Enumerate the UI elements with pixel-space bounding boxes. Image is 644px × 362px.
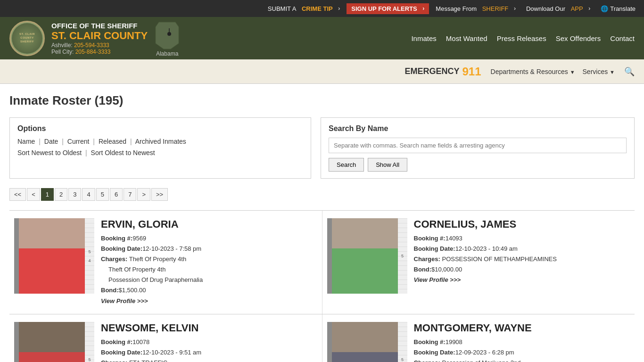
message-highlight: SHERIFF xyxy=(482,5,509,12)
page-last[interactable]: >> xyxy=(151,188,168,201)
inmate-name-newsome: NEWSOME, KELVIN xyxy=(101,322,317,334)
sheriff-message-link[interactable]: Message From SHERIFF › xyxy=(432,5,520,12)
page-title: Inmate Roster (195) xyxy=(9,93,635,108)
office-title: OFFICE OF THE SHERIFF xyxy=(51,22,148,30)
charges-newsome: Charges: FTA TRAFFIC xyxy=(101,358,317,362)
svg-point-1 xyxy=(167,32,171,36)
nav-contact[interactable]: Contact xyxy=(610,34,635,42)
inmate-entry-newsome: 5 NEWSOME, KELVIN Booking #:10078 Bookin… xyxy=(9,314,322,362)
charges-cornelius: Charges: POSSESSION OF METHAMPHEAMINES xyxy=(414,254,630,264)
city2-label: Pell City: xyxy=(51,49,74,55)
inmate-photo-ervin: 5 4 xyxy=(14,218,94,294)
download-app-link[interactable]: Download Our APP › xyxy=(522,5,594,12)
inmate-name-ervin: ERVIN, GLORIA xyxy=(101,218,317,230)
sub-header: EMERGENCY 911 Departments & Resources ▼ … xyxy=(0,59,644,84)
opt-name[interactable]: Name xyxy=(17,138,35,145)
booking-date-ervin: Booking Date:12-10-2023 - 7:58 pm xyxy=(101,244,317,254)
emergency-label: EMERGENCY xyxy=(405,66,460,76)
inmate-name-cornelius: CORNELIUS, JAMES xyxy=(414,218,630,230)
alerts-link[interactable]: SIGN UP FOR ALERTS › xyxy=(347,3,429,14)
view-profile-cornelius[interactable]: View Profile >>> xyxy=(414,276,461,283)
inmate-details-newsome: NEWSOME, KELVIN Booking #:10078 Booking … xyxy=(101,322,317,362)
departments-link[interactable]: Departments & Resources ▼ xyxy=(491,68,575,75)
booking-num-newsome: Booking #:10078 xyxy=(101,337,317,347)
crime-tip-highlight: CRIME TIP xyxy=(302,5,333,12)
state-label: Alabama xyxy=(156,50,178,57)
phone1: 205-594-3333 xyxy=(74,42,109,49)
departments-dropdown-arrow: ▼ xyxy=(570,69,575,75)
inmate-row-2: 5 NEWSOME, KELVIN Booking #:10078 Bookin… xyxy=(9,314,635,362)
sub-nav: Departments & Resources ▼ Services ▼ xyxy=(491,68,615,75)
phone2: 205-884-3333 xyxy=(75,49,111,55)
page-7[interactable]: 7 xyxy=(124,188,136,201)
page-next[interactable]: > xyxy=(137,188,150,201)
photo-bg-cornelius xyxy=(332,218,403,294)
opt-current[interactable]: Current xyxy=(67,138,90,145)
download-highlight: APP xyxy=(571,5,583,12)
booking-date-newsome: Booking Date:12-10-2023 - 9:51 am xyxy=(101,347,317,358)
bond-ervin: Bond:$1,500.00 xyxy=(101,285,317,296)
search-input[interactable] xyxy=(329,138,627,153)
crime-tip-link[interactable]: SUBMIT A CRIME TIP › xyxy=(264,5,344,12)
services-link[interactable]: Services ▼ xyxy=(583,68,615,75)
page-5[interactable]: 5 xyxy=(96,188,109,201)
photo-bg-montgomery xyxy=(332,322,403,362)
inmates-grid: 5 4 ERVIN, GLORIA Booking #:9569 Booking… xyxy=(9,210,635,362)
page-first[interactable]: << xyxy=(9,188,26,201)
city1-info: Ashville: 205-594-3333 xyxy=(51,42,148,49)
services-dropdown-arrow: ▼ xyxy=(610,69,615,75)
search-heading: Search By Name xyxy=(329,124,627,133)
pagination: << < 1 2 3 4 5 6 7 > >> xyxy=(9,188,635,201)
sort-oldest[interactable]: Sort Oldest to Newest xyxy=(91,149,155,156)
opt-archived[interactable]: Archived Inmates xyxy=(135,138,186,145)
inmate-details-ervin: ERVIN, GLORIA Booking #:9569 Booking Dat… xyxy=(101,218,317,306)
booking-date-montgomery: Booking Date:12-09-2023 - 6:28 pm xyxy=(414,347,630,358)
translate-link[interactable]: 🌐 Translate xyxy=(597,5,639,12)
show-all-button[interactable]: Show All xyxy=(368,158,407,172)
photo-ruler-cornelius: 5 xyxy=(398,218,407,294)
page-6[interactable]: 6 xyxy=(110,188,123,201)
crime-tip-text: SUBMIT A xyxy=(268,5,296,12)
inmate-details-cornelius: CORNELIUS, JAMES Booking #:14093 Booking… xyxy=(414,218,630,306)
header-office-info: OFFICE OF THE SHERIFF ST. CLAIR COUNTY A… xyxy=(51,22,148,55)
charges-ervin: Charges: Theft Of Property 4th Theft Of … xyxy=(101,254,317,285)
inmate-info-montgomery: Booking #:19908 Booking Date:12-09-2023 … xyxy=(414,337,630,362)
photo-ruler-newsome: 5 xyxy=(85,322,94,362)
sort-newest[interactable]: Sort Newest to Oldest xyxy=(17,149,82,156)
nav-press-releases[interactable]: Press Releases xyxy=(497,34,546,42)
site-header: ST. CLAIRCOUNTYSHERIFF OFFICE OF THE SHE… xyxy=(0,17,644,59)
booking-date-cornelius: Booking Date:12-10-2023 - 10:49 am xyxy=(414,244,630,254)
top-bar: SUBMIT A CRIME TIP › SIGN UP FOR ALERTS … xyxy=(0,0,644,17)
city1-label: Ashville: xyxy=(51,42,73,49)
opt-date[interactable]: Date xyxy=(44,138,58,145)
inmate-entry-montgomery: 5 MONTGOMERY, WAYNE Booking #:19908 Book… xyxy=(322,314,635,362)
emergency-number: 911 xyxy=(462,65,481,78)
inmate-info-ervin: Booking #:9569 Booking Date:12-10-2023 -… xyxy=(101,233,317,306)
page-prev[interactable]: < xyxy=(27,188,40,201)
emergency-block: EMERGENCY 911 xyxy=(405,65,481,78)
nav-most-wanted[interactable]: Most Wanted xyxy=(446,34,487,42)
crime-tip-arrow: › xyxy=(338,5,340,12)
nav-inmates[interactable]: Inmates xyxy=(411,34,436,42)
opt-released[interactable]: Released xyxy=(99,138,126,145)
bond-cornelius: Bond:$10,000.00 xyxy=(414,264,630,275)
page-4[interactable]: 4 xyxy=(82,188,95,201)
page-3[interactable]: 3 xyxy=(68,188,81,201)
search-buttons: Search Show All xyxy=(329,158,627,172)
nav-sex-offenders[interactable]: Sex Offenders xyxy=(556,34,601,42)
translate-text: Translate xyxy=(610,5,636,12)
options-box: Options Name | Date | Current | Released… xyxy=(9,117,311,179)
state-map: Alabama xyxy=(154,20,180,57)
header-search-icon[interactable]: 🔍 xyxy=(624,66,635,77)
main-nav: Inmates Most Wanted Press Releases Sex O… xyxy=(411,34,635,42)
search-button[interactable]: Search xyxy=(329,158,364,172)
message-from-text: Message From xyxy=(436,5,477,12)
inmate-photo-montgomery: 5 xyxy=(327,322,407,362)
sheriff-badge: ST. CLAIRCOUNTYSHERIFF xyxy=(9,21,45,56)
view-profile-ervin[interactable]: View Profile >>> xyxy=(101,297,148,304)
options-search-row: Options Name | Date | Current | Released… xyxy=(9,117,635,179)
page-1[interactable]: 1 xyxy=(41,188,54,201)
page-2[interactable]: 2 xyxy=(55,188,67,201)
booking-num-ervin: Booking #:9569 xyxy=(101,233,317,244)
inmate-entry-ervin: 5 4 ERVIN, GLORIA Booking #:9569 Booking… xyxy=(9,211,322,314)
